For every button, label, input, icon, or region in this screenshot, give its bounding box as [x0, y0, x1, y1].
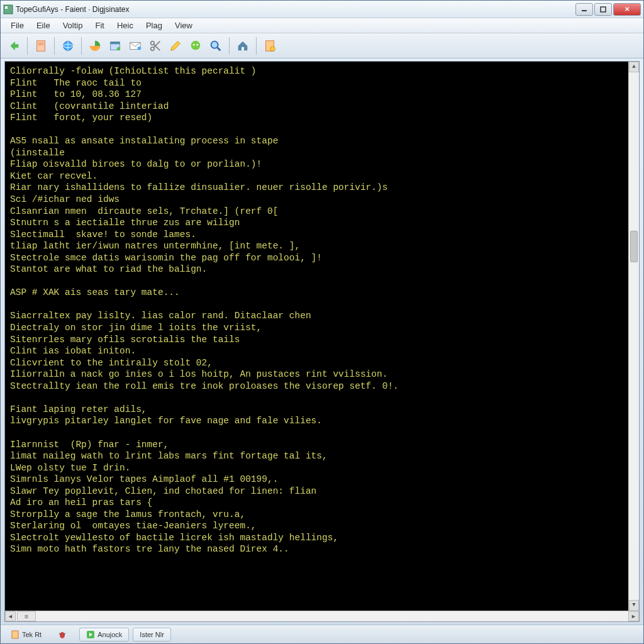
- terminal-output[interactable]: Cliorrally -folaw (IchioLtist this pecra…: [5, 62, 639, 611]
- menu-heic[interactable]: Heic: [111, 19, 140, 31]
- play-icon: [86, 630, 95, 639]
- menu-view[interactable]: View: [169, 19, 199, 31]
- window-icon[interactable]: [106, 36, 125, 55]
- task-item-isternlr[interactable]: Ister Nlr: [133, 628, 171, 641]
- window-controls: ✕: [575, 3, 641, 16]
- scroll-right-arrow[interactable]: ►: [628, 611, 639, 621]
- svg-point-26: [270, 46, 275, 50]
- svg-rect-27: [12, 631, 18, 638]
- toolbar-separator: [81, 37, 82, 55]
- scroll-left-arrow[interactable]: ◄: [5, 611, 16, 621]
- search-icon[interactable]: [206, 36, 225, 55]
- svg-rect-24: [242, 47, 244, 50]
- svg-point-22: [211, 41, 218, 48]
- svg-rect-1: [5, 6, 8, 9]
- svg-point-12: [117, 47, 121, 50]
- minimize-button[interactable]: [575, 3, 593, 16]
- svg-point-28: [60, 632, 65, 638]
- app-icon: [3, 4, 13, 14]
- scroll-up-arrow[interactable]: ▲: [629, 62, 639, 72]
- terminal-text: Cliorrally -folaw (IchioLtist this pecra…: [10, 65, 626, 555]
- task-label: Ister Nlr: [140, 631, 164, 638]
- task-label: Tek Rt: [22, 631, 42, 638]
- task-item-anujock[interactable]: Anujock: [79, 628, 129, 641]
- toolbar: [1, 33, 643, 58]
- close-button[interactable]: ✕: [613, 3, 641, 16]
- app-window: TopeGufiAys - Faient · Digjsinatex ✕ Fil…: [0, 0, 644, 644]
- globe-icon[interactable]: [58, 36, 77, 55]
- task-item-tekrt[interactable]: Tek Rt: [4, 628, 48, 641]
- svg-rect-3: [601, 7, 606, 12]
- menubar: File Eile Voltip Fit Heic Plag View: [1, 18, 643, 33]
- svg-point-14: [138, 46, 142, 50]
- pie-chart-icon[interactable]: [86, 36, 104, 55]
- svg-point-21: [196, 43, 198, 45]
- toolbar-separator: [54, 37, 55, 55]
- toolbar-separator: [229, 37, 230, 55]
- scissors-icon[interactable]: [146, 36, 165, 55]
- gear-star-icon[interactable]: [260, 36, 279, 55]
- menu-file[interactable]: File: [4, 19, 30, 31]
- svg-point-20: [193, 43, 195, 45]
- terminal-wrapper: Cliorrally -folaw (IchioLtist this pecra…: [4, 61, 640, 622]
- doc-icon: [11, 630, 19, 639]
- maximize-button[interactable]: [594, 3, 612, 16]
- menu-plag[interactable]: Plag: [140, 19, 169, 31]
- svg-rect-4: [37, 40, 45, 51]
- menu-fit[interactable]: Fit: [89, 19, 110, 31]
- vertical-scrollbar[interactable]: ▲ ▼: [628, 62, 639, 611]
- horizontal-scrollbar[interactable]: ◄ ≡ ►: [5, 611, 639, 621]
- home-icon[interactable]: [233, 36, 252, 55]
- pencil-icon[interactable]: [166, 36, 185, 55]
- chat-icon[interactable]: [186, 36, 205, 55]
- scroll-thumb[interactable]: [630, 231, 638, 262]
- toolbar-separator: [256, 37, 257, 55]
- back-arrow-icon[interactable]: [4, 36, 23, 55]
- scroll-down-arrow[interactable]: ▼: [629, 600, 639, 611]
- task-item-bug[interactable]: [52, 628, 75, 641]
- svg-point-19: [191, 40, 201, 50]
- window-title: TopeGufiAys - Faient · Digjsinatex: [16, 5, 575, 14]
- toolbar-separator: [27, 37, 28, 55]
- titlebar: TopeGufiAys - Faient · Digjsinatex ✕: [1, 1, 643, 18]
- svg-line-23: [218, 47, 221, 50]
- scroll-track[interactable]: [629, 72, 639, 600]
- task-label: Anujock: [97, 631, 122, 638]
- scroll-snap-button[interactable]: ≡: [17, 611, 36, 621]
- svg-rect-11: [111, 42, 120, 44]
- menu-eile[interactable]: Eile: [30, 19, 57, 31]
- mail-icon[interactable]: [126, 36, 145, 55]
- bug-icon: [58, 630, 67, 639]
- file-icon[interactable]: [31, 36, 50, 55]
- scroll-track-h[interactable]: [36, 611, 628, 621]
- taskbar: Tek Rt Anujock Ister Nlr: [1, 625, 643, 643]
- menu-voltip[interactable]: Voltip: [57, 19, 89, 31]
